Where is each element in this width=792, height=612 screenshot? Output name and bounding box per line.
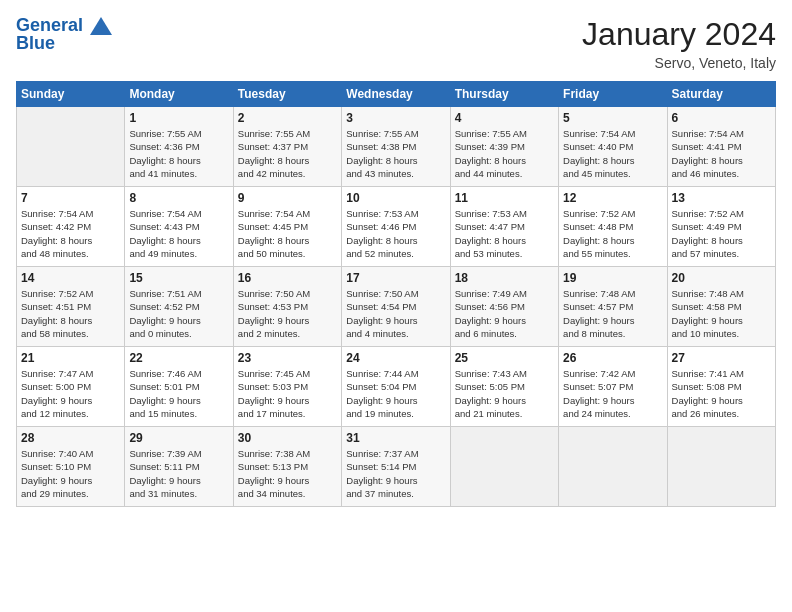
day-detail: Sunrise: 7:55 AMSunset: 4:39 PMDaylight:… — [455, 127, 554, 180]
day-detail: Sunrise: 7:55 AMSunset: 4:38 PMDaylight:… — [346, 127, 445, 180]
weekday-header-tuesday: Tuesday — [233, 82, 341, 107]
day-detail: Sunrise: 7:43 AMSunset: 5:05 PMDaylight:… — [455, 367, 554, 420]
day-number: 14 — [21, 271, 120, 285]
day-detail: Sunrise: 7:54 AMSunset: 4:40 PMDaylight:… — [563, 127, 662, 180]
day-number: 29 — [129, 431, 228, 445]
day-detail: Sunrise: 7:55 AMSunset: 4:37 PMDaylight:… — [238, 127, 337, 180]
day-detail: Sunrise: 7:54 AMSunset: 4:43 PMDaylight:… — [129, 207, 228, 260]
day-number: 11 — [455, 191, 554, 205]
weekday-header-sunday: Sunday — [17, 82, 125, 107]
calendar-cell: 22Sunrise: 7:46 AMSunset: 5:01 PMDayligh… — [125, 347, 233, 427]
day-number: 10 — [346, 191, 445, 205]
header: General Blue January 2024 Servo, Veneto,… — [16, 16, 776, 71]
calendar-cell: 18Sunrise: 7:49 AMSunset: 4:56 PMDayligh… — [450, 267, 558, 347]
calendar-cell: 13Sunrise: 7:52 AMSunset: 4:49 PMDayligh… — [667, 187, 775, 267]
weekday-header-thursday: Thursday — [450, 82, 558, 107]
calendar-cell — [559, 427, 667, 507]
calendar-cell: 24Sunrise: 7:44 AMSunset: 5:04 PMDayligh… — [342, 347, 450, 427]
calendar-cell: 9Sunrise: 7:54 AMSunset: 4:45 PMDaylight… — [233, 187, 341, 267]
calendar-cell: 19Sunrise: 7:48 AMSunset: 4:57 PMDayligh… — [559, 267, 667, 347]
day-number: 23 — [238, 351, 337, 365]
calendar-subtitle: Servo, Veneto, Italy — [582, 55, 776, 71]
day-number: 20 — [672, 271, 771, 285]
day-number: 26 — [563, 351, 662, 365]
svg-marker-0 — [90, 17, 112, 35]
week-row-5: 28Sunrise: 7:40 AMSunset: 5:10 PMDayligh… — [17, 427, 776, 507]
day-number: 13 — [672, 191, 771, 205]
calendar-cell: 23Sunrise: 7:45 AMSunset: 5:03 PMDayligh… — [233, 347, 341, 427]
day-detail: Sunrise: 7:46 AMSunset: 5:01 PMDaylight:… — [129, 367, 228, 420]
weekday-header-monday: Monday — [125, 82, 233, 107]
week-row-4: 21Sunrise: 7:47 AMSunset: 5:00 PMDayligh… — [17, 347, 776, 427]
day-detail: Sunrise: 7:48 AMSunset: 4:57 PMDaylight:… — [563, 287, 662, 340]
calendar-cell: 26Sunrise: 7:42 AMSunset: 5:07 PMDayligh… — [559, 347, 667, 427]
day-detail: Sunrise: 7:38 AMSunset: 5:13 PMDaylight:… — [238, 447, 337, 500]
calendar-cell: 31Sunrise: 7:37 AMSunset: 5:14 PMDayligh… — [342, 427, 450, 507]
calendar-cell: 30Sunrise: 7:38 AMSunset: 5:13 PMDayligh… — [233, 427, 341, 507]
day-number: 27 — [672, 351, 771, 365]
day-number: 25 — [455, 351, 554, 365]
day-number: 7 — [21, 191, 120, 205]
day-detail: Sunrise: 7:37 AMSunset: 5:14 PMDaylight:… — [346, 447, 445, 500]
weekday-header-friday: Friday — [559, 82, 667, 107]
day-number: 1 — [129, 111, 228, 125]
day-number: 18 — [455, 271, 554, 285]
page: General Blue January 2024 Servo, Veneto,… — [0, 0, 792, 612]
calendar-cell: 25Sunrise: 7:43 AMSunset: 5:05 PMDayligh… — [450, 347, 558, 427]
day-detail: Sunrise: 7:51 AMSunset: 4:52 PMDaylight:… — [129, 287, 228, 340]
logo-line1: General — [16, 15, 83, 35]
calendar-cell: 8Sunrise: 7:54 AMSunset: 4:43 PMDaylight… — [125, 187, 233, 267]
day-number: 5 — [563, 111, 662, 125]
day-detail: Sunrise: 7:52 AMSunset: 4:49 PMDaylight:… — [672, 207, 771, 260]
day-number: 3 — [346, 111, 445, 125]
day-detail: Sunrise: 7:47 AMSunset: 5:00 PMDaylight:… — [21, 367, 120, 420]
day-detail: Sunrise: 7:50 AMSunset: 4:53 PMDaylight:… — [238, 287, 337, 340]
calendar-cell: 5Sunrise: 7:54 AMSunset: 4:40 PMDaylight… — [559, 107, 667, 187]
day-number: 4 — [455, 111, 554, 125]
logo-arrow-icon — [90, 17, 112, 35]
week-row-3: 14Sunrise: 7:52 AMSunset: 4:51 PMDayligh… — [17, 267, 776, 347]
day-detail: Sunrise: 7:54 AMSunset: 4:41 PMDaylight:… — [672, 127, 771, 180]
day-detail: Sunrise: 7:52 AMSunset: 4:48 PMDaylight:… — [563, 207, 662, 260]
calendar-cell: 21Sunrise: 7:47 AMSunset: 5:00 PMDayligh… — [17, 347, 125, 427]
day-number: 15 — [129, 271, 228, 285]
day-detail: Sunrise: 7:48 AMSunset: 4:58 PMDaylight:… — [672, 287, 771, 340]
day-number: 21 — [21, 351, 120, 365]
day-detail: Sunrise: 7:45 AMSunset: 5:03 PMDaylight:… — [238, 367, 337, 420]
day-number: 12 — [563, 191, 662, 205]
day-detail: Sunrise: 7:39 AMSunset: 5:11 PMDaylight:… — [129, 447, 228, 500]
weekday-header-row: SundayMondayTuesdayWednesdayThursdayFrid… — [17, 82, 776, 107]
day-number: 19 — [563, 271, 662, 285]
day-detail: Sunrise: 7:42 AMSunset: 5:07 PMDaylight:… — [563, 367, 662, 420]
day-number: 31 — [346, 431, 445, 445]
day-detail: Sunrise: 7:50 AMSunset: 4:54 PMDaylight:… — [346, 287, 445, 340]
calendar-cell: 29Sunrise: 7:39 AMSunset: 5:11 PMDayligh… — [125, 427, 233, 507]
weekday-header-wednesday: Wednesday — [342, 82, 450, 107]
calendar-cell: 1Sunrise: 7:55 AMSunset: 4:36 PMDaylight… — [125, 107, 233, 187]
day-detail: Sunrise: 7:54 AMSunset: 4:42 PMDaylight:… — [21, 207, 120, 260]
day-detail: Sunrise: 7:41 AMSunset: 5:08 PMDaylight:… — [672, 367, 771, 420]
calendar-cell: 3Sunrise: 7:55 AMSunset: 4:38 PMDaylight… — [342, 107, 450, 187]
calendar-cell: 28Sunrise: 7:40 AMSunset: 5:10 PMDayligh… — [17, 427, 125, 507]
day-number: 22 — [129, 351, 228, 365]
calendar-cell: 7Sunrise: 7:54 AMSunset: 4:42 PMDaylight… — [17, 187, 125, 267]
day-detail: Sunrise: 7:52 AMSunset: 4:51 PMDaylight:… — [21, 287, 120, 340]
day-detail: Sunrise: 7:40 AMSunset: 5:10 PMDaylight:… — [21, 447, 120, 500]
weekday-header-saturday: Saturday — [667, 82, 775, 107]
calendar-cell: 20Sunrise: 7:48 AMSunset: 4:58 PMDayligh… — [667, 267, 775, 347]
week-row-1: 1Sunrise: 7:55 AMSunset: 4:36 PMDaylight… — [17, 107, 776, 187]
calendar-cell: 2Sunrise: 7:55 AMSunset: 4:37 PMDaylight… — [233, 107, 341, 187]
calendar-cell: 4Sunrise: 7:55 AMSunset: 4:39 PMDaylight… — [450, 107, 558, 187]
day-number: 2 — [238, 111, 337, 125]
calendar-cell: 14Sunrise: 7:52 AMSunset: 4:51 PMDayligh… — [17, 267, 125, 347]
calendar-cell — [667, 427, 775, 507]
logo-line2: Blue — [16, 34, 112, 54]
calendar-cell: 27Sunrise: 7:41 AMSunset: 5:08 PMDayligh… — [667, 347, 775, 427]
calendar-cell: 12Sunrise: 7:52 AMSunset: 4:48 PMDayligh… — [559, 187, 667, 267]
day-number: 30 — [238, 431, 337, 445]
day-number: 9 — [238, 191, 337, 205]
day-number: 17 — [346, 271, 445, 285]
calendar-cell: 10Sunrise: 7:53 AMSunset: 4:46 PMDayligh… — [342, 187, 450, 267]
day-number: 6 — [672, 111, 771, 125]
day-number: 16 — [238, 271, 337, 285]
